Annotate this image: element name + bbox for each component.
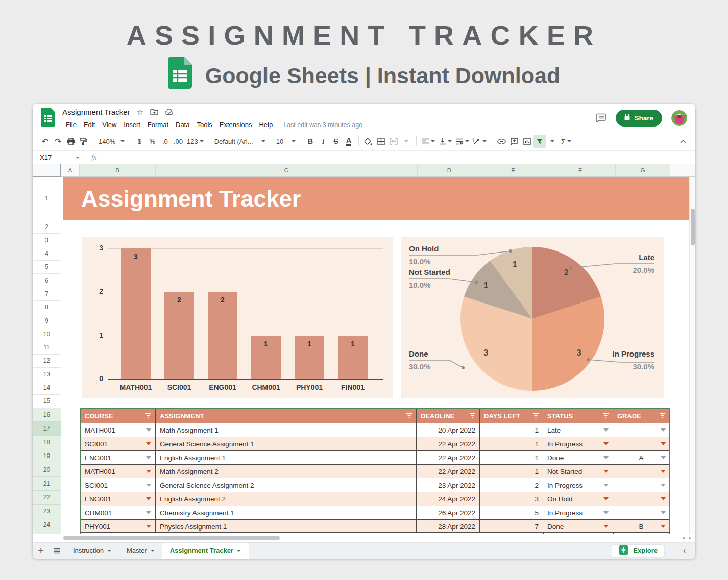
sheets-logo-icon[interactable] [41, 108, 55, 129]
cell-course[interactable]: ENG001 [81, 450, 156, 464]
cell-course[interactable]: MATH001 [81, 464, 156, 478]
cell-deadline[interactable]: 22 Apr 2022 [417, 450, 480, 464]
cell-grade[interactable] [613, 423, 669, 437]
dropdown-arrow-icon[interactable] [603, 497, 609, 500]
tab-assignment-tracker[interactable]: Assignment Tracker [162, 543, 249, 559]
dropdown-arrow-icon[interactable] [603, 484, 609, 487]
dropdown-arrow-icon[interactable] [146, 456, 151, 459]
tab-instruction[interactable]: Instruction [65, 543, 119, 559]
row-header[interactable]: 3 [33, 234, 61, 247]
cell-status[interactable]: Done [543, 450, 613, 464]
hide-menus-icon[interactable] [676, 135, 689, 148]
formula-input[interactable] [103, 151, 695, 164]
fill-color-icon[interactable] [362, 135, 375, 148]
cell-assignment[interactable]: Math Assignment 2 [156, 464, 417, 478]
row-header[interactable]: 24 [33, 518, 61, 532]
row-header[interactable]: 21 [33, 477, 61, 491]
row-header-1[interactable]: 1 [33, 177, 61, 220]
cell-deadline[interactable]: 23 Apr 2022 [417, 478, 480, 492]
dropdown-arrow-icon[interactable] [146, 497, 151, 500]
cell-days-left[interactable]: 3 [480, 492, 543, 506]
cell-grade[interactable] [613, 492, 669, 506]
scroll-left-icon[interactable]: ◄ [681, 536, 685, 540]
cell-status[interactable]: Not Started [543, 464, 613, 478]
explore-button[interactable]: Explore [612, 544, 665, 558]
cell-grade[interactable] [613, 506, 669, 519]
cell-days-left[interactable]: 5 [480, 506, 543, 519]
dropdown-arrow-icon[interactable] [661, 428, 666, 432]
text-color-button[interactable]: A [346, 137, 351, 146]
more-formats-button[interactable]: 123 [185, 135, 206, 148]
cell-course[interactable]: SCI001 [81, 437, 156, 450]
cell-grade[interactable]: B [613, 519, 669, 533]
font-select[interactable]: Default (Ari... [212, 135, 268, 148]
functions-button[interactable]: Σ [559, 135, 573, 148]
column-header-e[interactable]: E [481, 164, 545, 177]
horizontal-scrollbar-thumb[interactable] [63, 536, 280, 540]
dropdown-arrow-icon[interactable] [603, 511, 609, 514]
cell-days-left[interactable]: 1 [480, 450, 543, 464]
row-header[interactable]: 7 [33, 287, 61, 300]
row-header[interactable]: 17 [33, 422, 61, 436]
sheet-title-banner[interactable]: Assignment Tracker [63, 177, 689, 220]
header-assignment[interactable]: ASSIGNMENT [156, 409, 417, 423]
dropdown-arrow-icon[interactable] [603, 428, 609, 432]
bold-button[interactable]: B [304, 135, 317, 148]
row-header[interactable]: 5 [33, 261, 61, 274]
cell-assignment[interactable]: Physics Assignment 1 [156, 519, 417, 533]
menu-help[interactable]: Help [255, 121, 276, 129]
format-currency-button[interactable]: $ [133, 135, 146, 148]
filter-views-caret[interactable] [546, 135, 559, 148]
row-header[interactable]: 13 [33, 368, 61, 381]
text-rotation-icon[interactable] [471, 135, 489, 148]
vertical-align-icon[interactable] [437, 135, 454, 148]
pie-chart[interactable]: 23311 On Hold 10 [401, 237, 664, 398]
paint-format-icon[interactable] [77, 135, 90, 148]
dropdown-arrow-icon[interactable] [661, 442, 666, 445]
add-sheet-icon[interactable]: + [33, 543, 49, 559]
cell-status[interactable]: Late [543, 423, 613, 437]
row-header[interactable]: 8 [33, 301, 61, 314]
cloud-status-icon[interactable] [165, 109, 174, 115]
dropdown-arrow-icon[interactable] [146, 428, 151, 432]
insert-comment-icon[interactable] [508, 135, 521, 148]
filter-icon[interactable] [406, 412, 412, 420]
cell-deadline[interactable]: 22 Apr 2022 [417, 464, 480, 478]
row-header[interactable]: 4 [33, 247, 61, 261]
redo-icon[interactable]: ↷ [52, 135, 64, 148]
filter-icon[interactable] [659, 412, 666, 420]
cell-days-left[interactable]: 1 [480, 437, 543, 450]
header-grade[interactable]: GRADE [613, 409, 669, 423]
name-box[interactable]: X17 [33, 151, 85, 164]
row-header[interactable]: 20 [33, 463, 61, 477]
row-header[interactable]: 11 [33, 341, 61, 355]
dropdown-arrow-icon[interactable] [603, 456, 609, 459]
undo-icon[interactable]: ↶ [39, 135, 52, 148]
cell-course[interactable]: PHY001 [81, 519, 156, 533]
decrease-decimals-button[interactable]: .0 [159, 135, 172, 148]
format-percent-button[interactable]: % [146, 135, 159, 148]
cell-status[interactable]: In Progress [543, 506, 613, 519]
cell-assignment[interactable]: General Science Assignment 2 [156, 478, 417, 492]
cell-assignment[interactable]: English Assignment 1 [156, 450, 417, 464]
zoom-select[interactable]: 140% [96, 135, 127, 148]
horizontal-scrollbar[interactable]: ◄ ► [33, 534, 695, 542]
dropdown-arrow-icon[interactable] [661, 525, 666, 528]
cell-status[interactable]: In Progress [543, 437, 613, 450]
dropdown-arrow-icon[interactable] [146, 525, 151, 528]
tab-master[interactable]: Master [119, 543, 162, 559]
cell-course[interactable]: MATH001 [81, 423, 156, 437]
filter-icon[interactable] [145, 412, 152, 420]
menu-format[interactable]: Format [144, 121, 172, 129]
column-header-b[interactable]: B [80, 164, 156, 177]
header-status[interactable]: STATUS [543, 409, 613, 423]
font-size-select[interactable]: 10 [274, 135, 298, 148]
dropdown-arrow-icon[interactable] [146, 484, 151, 487]
document-title[interactable]: Assignment Tracker [62, 108, 130, 116]
scroll-right-icon[interactable]: ► [688, 536, 692, 540]
cell-course[interactable]: SCI001 [81, 478, 156, 492]
cell-deadline[interactable]: 26 Apr 2022 [417, 506, 480, 519]
dropdown-arrow-icon[interactable] [146, 511, 151, 514]
column-header-a[interactable]: A [61, 164, 80, 177]
menu-edit[interactable]: Edit [80, 121, 99, 129]
